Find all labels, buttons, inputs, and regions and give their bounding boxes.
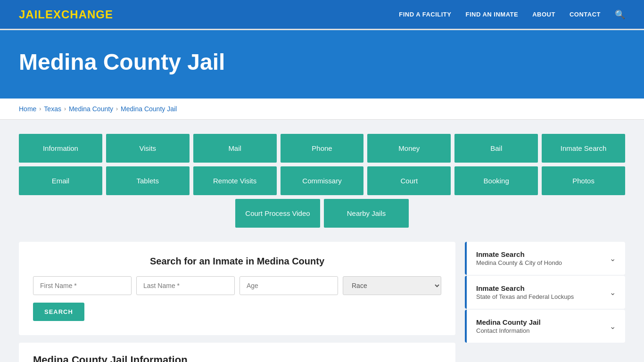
breadcrumb-sep-3: › xyxy=(116,106,118,112)
sidebar-card-text-3: Medina County Jail Contact Information xyxy=(476,318,541,334)
breadcrumb: Home › Texas › Medina County › Medina Co… xyxy=(0,99,644,120)
sidebar-card-sub-3: Contact Information xyxy=(476,327,541,334)
page-title: Medina County Jail xyxy=(19,49,625,75)
sidebar-card-sub-2: State of Texas and Federal Lockups xyxy=(476,293,574,300)
btn-bail[interactable]: Bail xyxy=(454,134,538,163)
btn-mail[interactable]: Mail xyxy=(193,134,277,163)
search-button[interactable]: SEARCH xyxy=(33,303,84,321)
btn-court[interactable]: Court xyxy=(367,166,451,195)
last-name-input[interactable] xyxy=(136,276,235,295)
age-input[interactable] xyxy=(239,276,338,295)
btn-commissary[interactable]: Commissary xyxy=(281,166,364,195)
breadcrumb-medina-county[interactable]: Medina County xyxy=(69,105,113,113)
nav-about[interactable]: ABOUT xyxy=(532,11,555,18)
btn-court-process-video[interactable]: Court Process Video xyxy=(235,199,320,228)
chevron-down-icon-1: ⌄ xyxy=(610,254,616,263)
btn-phone[interactable]: Phone xyxy=(281,134,364,163)
logo-part1: JAIL xyxy=(19,8,45,21)
sidebar-card-1: Inmate Search Medina County & City of Ho… xyxy=(465,242,625,275)
btn-email[interactable]: Email xyxy=(19,166,102,195)
sidebar-card-title-1: Inmate Search xyxy=(476,250,562,258)
btn-information[interactable]: Information xyxy=(19,134,102,163)
site-logo[interactable]: JAILEXCHANGE xyxy=(19,8,113,21)
btn-remote-visits[interactable]: Remote Visits xyxy=(193,166,277,195)
sidebar-card-title-2: Inmate Search xyxy=(476,284,574,292)
btn-tablets[interactable]: Tablets xyxy=(106,166,190,195)
content-area: Search for an Inmate in Medina County Ra… xyxy=(19,242,625,362)
btn-visits[interactable]: Visits xyxy=(106,134,190,163)
nav-find-inmate[interactable]: FIND AN INMATE xyxy=(465,11,518,18)
sidebar-card-text-1: Inmate Search Medina County & City of Ho… xyxy=(476,250,562,266)
btn-money[interactable]: Money xyxy=(367,134,451,163)
logo-highlight: EXCHANGE xyxy=(45,8,113,21)
sidebar-card-header-2[interactable]: Inmate Search State of Texas and Federal… xyxy=(465,276,625,309)
btn-booking[interactable]: Booking xyxy=(454,166,538,195)
breadcrumb-texas[interactable]: Texas xyxy=(44,105,61,113)
btn-nearby-jails[interactable]: Nearby Jails xyxy=(324,199,409,228)
search-inputs: Race White Black Hispanic Asian Other xyxy=(33,276,441,295)
breadcrumb-home[interactable]: Home xyxy=(19,105,36,113)
inmate-search-panel: Search for an Inmate in Medina County Ra… xyxy=(19,242,455,335)
hero-section: Medina County Jail xyxy=(0,30,644,99)
info-section: Medina County Jail Information xyxy=(19,343,455,362)
search-title: Search for an Inmate in Medina County xyxy=(33,256,441,267)
nav-find-facility[interactable]: FIND A FACILITY xyxy=(399,11,451,18)
race-select[interactable]: Race White Black Hispanic Asian Other xyxy=(343,276,441,295)
chevron-down-icon-3: ⌄ xyxy=(610,322,616,331)
first-name-input[interactable] xyxy=(33,276,132,295)
breadcrumb-sep-2: › xyxy=(64,106,66,112)
chevron-down-icon-2: ⌄ xyxy=(610,288,616,297)
nav-buttons-row3: Court Process Video Nearby Jails xyxy=(19,199,625,228)
left-column: Search for an Inmate in Medina County Ra… xyxy=(19,242,455,362)
sidebar-card-sub-1: Medina County & City of Hondo xyxy=(476,259,562,266)
site-header: JAILEXCHANGE FIND A FACILITY FIND AN INM… xyxy=(0,0,644,30)
search-icon[interactable]: 🔍 xyxy=(615,9,625,20)
nav-contact[interactable]: CONTACT xyxy=(570,11,601,18)
breadcrumb-current: Medina County Jail xyxy=(121,105,177,113)
sidebar-card-3: Medina County Jail Contact Information ⌄ xyxy=(465,310,625,343)
sidebar-card-header-1[interactable]: Inmate Search Medina County & City of Ho… xyxy=(465,242,625,275)
info-title: Medina County Jail Information xyxy=(33,354,441,362)
main-nav: FIND A FACILITY FIND AN INMATE ABOUT CON… xyxy=(399,9,625,20)
nav-buttons-row2: Email Tablets Remote Visits Commissary C… xyxy=(19,166,625,195)
sidebar: Inmate Search Medina County & City of Ho… xyxy=(465,242,625,362)
breadcrumb-sep-1: › xyxy=(39,106,41,112)
nav-buttons-row1: Information Visits Mail Phone Money Bail… xyxy=(19,134,625,163)
main-content: Information Visits Mail Phone Money Bail… xyxy=(0,120,644,362)
btn-inmate-search[interactable]: Inmate Search xyxy=(542,134,625,163)
sidebar-card-2: Inmate Search State of Texas and Federal… xyxy=(465,276,625,309)
sidebar-card-header-3[interactable]: Medina County Jail Contact Information ⌄ xyxy=(465,310,625,343)
sidebar-card-title-3: Medina County Jail xyxy=(476,318,541,326)
btn-photos[interactable]: Photos xyxy=(542,166,625,195)
sidebar-card-text-2: Inmate Search State of Texas and Federal… xyxy=(476,284,574,300)
